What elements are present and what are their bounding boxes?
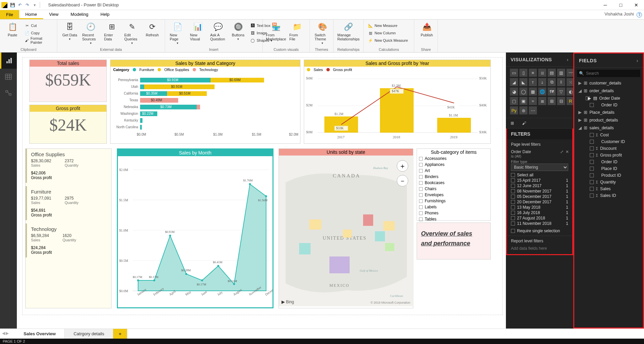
chart-month[interactable]: Sales by Month $2.0M $1.5M $1.0M $0.5M $… (117, 148, 273, 308)
filter-date-item[interactable]: 20 December 20171 (507, 199, 572, 205)
field-row[interactable]: ΣDiscount (574, 145, 643, 152)
help-icon[interactable]: ? (637, 12, 642, 18)
page-tab-1[interactable]: Sales Overview (15, 329, 65, 339)
fields-well-icon[interactable]: ⊞ (511, 121, 514, 126)
slicer-item[interactable]: Art (417, 168, 490, 174)
slicer-item[interactable]: Envelopes (417, 192, 490, 198)
enter-data-button[interactable]: ⊞Enter Data (103, 21, 121, 42)
viz-stacked-bar-icon[interactable]: ▭ (510, 69, 518, 77)
viz-treemap-icon[interactable]: ▦ (529, 88, 537, 96)
edit-queries-button[interactable]: ✎Edit Queries▼ (123, 21, 141, 45)
filter-date-item[interactable]: 08 November 20171 (507, 188, 572, 194)
user-name[interactable]: Vishakha Joshi (605, 11, 634, 16)
paste-button[interactable]: 📋Paste (3, 21, 22, 38)
viz-clustered-bar-icon[interactable]: ≡ (529, 69, 537, 77)
slicer-item[interactable]: Labels (417, 204, 490, 210)
viz-line-clustered-icon[interactable]: ⫰ (538, 78, 546, 86)
fields-search-input[interactable] (586, 71, 638, 76)
get-data-button[interactable]: 🗄Get Data▼ (61, 21, 79, 41)
add-fields-placeholder[interactable]: Add data fields here (507, 245, 572, 252)
new-page-button[interactable]: 📄New Page▼ (168, 21, 187, 45)
new-quick-measure-button[interactable]: ⚡New Quick Measure (367, 37, 409, 44)
viz-slicer-icon[interactable]: ≣ (538, 97, 546, 105)
table-row[interactable]: ◢⊞sales_details (574, 124, 643, 132)
viz-line-stacked-icon[interactable]: ⫯ (529, 78, 537, 86)
kpi-total-sales[interactable]: Total sales $659K (29, 60, 107, 102)
filter-type-select[interactable]: Basic filtering (511, 164, 568, 171)
field-row[interactable]: Order ID (574, 102, 643, 108)
model-view-button[interactable] (0, 85, 17, 101)
viz-funnel-icon[interactable]: ▽ (557, 88, 565, 96)
report-view-button[interactable] (0, 53, 17, 69)
filter-order-date[interactable]: Order Date is (All) ⤢✕ Filter type Basic… (507, 148, 572, 172)
field-row[interactable]: Product ID (574, 172, 643, 179)
data-view-button[interactable] (0, 69, 17, 85)
new-visual-button[interactable]: 📊New Visual (189, 21, 207, 42)
close-button[interactable]: ✕ (629, 0, 644, 10)
viz-donut-icon[interactable]: ◯ (519, 88, 527, 96)
slicer-item[interactable]: Accessories (417, 156, 490, 162)
new-column-button[interactable]: ▥New Column (367, 30, 409, 36)
kpi-gross-profit[interactable]: Gross profit $24K (29, 105, 107, 144)
category-cards[interactable]: Office Supplies $28,30,082Sales2372Quant… (25, 148, 111, 308)
viz-card-icon[interactable]: ▢ (510, 97, 518, 105)
maximize-button[interactable]: □ (613, 0, 629, 10)
viz-key-influencer-icon[interactable]: ⊛ (519, 106, 527, 114)
filter-date-item[interactable]: 12 June 20171 (507, 183, 572, 188)
help-tab[interactable]: Help (94, 10, 116, 19)
buttons-button[interactable]: 🔘Buttons▼ (229, 21, 247, 41)
qat-dropdown-icon[interactable]: ▾ (31, 1, 38, 9)
slicer-item[interactable]: Furnishings (417, 198, 490, 204)
slicer-item[interactable]: Binders (417, 174, 490, 180)
remove-filter-icon[interactable]: ✕ (566, 149, 569, 154)
manage-relationships-button[interactable]: 🔗Manage Relationships (337, 21, 360, 42)
field-row[interactable]: ΣGross profit (574, 152, 643, 159)
viz-stacked-column-icon[interactable]: ▯ (519, 69, 527, 77)
viz-more-icon[interactable]: ⋯ (529, 106, 537, 114)
viz-py-icon[interactable]: Py (510, 106, 518, 114)
format-painter-button[interactable]: 🖌Format Painter (24, 37, 54, 44)
filter-select-all[interactable]: Select all (507, 172, 572, 178)
format-well-icon[interactable]: 🖌 (522, 121, 526, 126)
filter-date-item[interactable]: 16 July 20181 (507, 210, 572, 215)
home-tab[interactable]: Home (19, 10, 43, 19)
viz-stacked-area-icon[interactable]: ◣ (519, 78, 527, 86)
viz-100stacked-column-icon[interactable]: ▥ (557, 69, 565, 77)
filter-date-item[interactable]: 05 December 20171 (507, 194, 572, 199)
map-zoom-out-icon[interactable]: － (397, 175, 408, 186)
field-row[interactable]: ΣSales (574, 185, 643, 192)
field-row[interactable]: ΣSales ID (574, 192, 643, 199)
viz-pie-icon[interactable]: ◕ (510, 88, 518, 96)
copy-button[interactable]: 📄Copy (24, 30, 54, 36)
map-units[interactable]: Units sold by state CANADA UNITED STATES… (279, 148, 413, 308)
slicer-item[interactable]: Chairs (417, 186, 490, 192)
table-row[interactable]: ▶⊞Place_details (574, 108, 643, 116)
minimize-button[interactable]: ─ (598, 0, 613, 10)
viz-matrix-icon[interactable]: ⊟ (557, 97, 565, 105)
viz-multi-card-icon[interactable]: ▣ (519, 97, 527, 105)
from-file-button[interactable]: 📁From File (288, 21, 306, 42)
require-single-selection[interactable]: Require single selection (507, 228, 572, 234)
refresh-button[interactable]: ⟳Refresh (143, 21, 161, 38)
tab-prev-icon[interactable]: ◀ (2, 331, 5, 336)
ask-question-button[interactable]: 💬Ask A Question (209, 21, 227, 42)
slicer-item[interactable]: Appliances (417, 162, 490, 168)
new-measure-button[interactable]: 📐New Measure (367, 22, 409, 29)
viz-kpi-icon[interactable]: ≈ (529, 97, 537, 105)
collapse-icon[interactable]: › (567, 57, 569, 62)
switch-theme-button[interactable]: 🎨Switch Theme▼ (313, 21, 331, 45)
viz-table-icon[interactable]: ⊞ (548, 97, 556, 105)
page-tab-2[interactable]: Catrgory details (65, 329, 113, 339)
slicer-subcategory[interactable]: Sub-category of items AccessoriesApplian… (417, 148, 491, 221)
file-menu[interactable]: File (0, 10, 19, 19)
field-row[interactable]: ▶▤Order Date (574, 95, 643, 102)
field-row[interactable]: Place ID (574, 165, 643, 172)
undo-icon[interactable]: ↶ (16, 1, 24, 9)
viz-area-icon[interactable]: ◢ (510, 78, 518, 86)
table-row[interactable]: ▶⊞customer_details (574, 79, 643, 87)
cut-button[interactable]: ✂Cut (24, 22, 54, 29)
field-row[interactable]: Customer ID (574, 138, 643, 145)
modeling-tab[interactable]: Modeling (65, 10, 95, 19)
tab-next-icon[interactable]: ▶ (6, 331, 9, 336)
viz-waterfall-icon[interactable]: ⫴ (557, 78, 565, 86)
